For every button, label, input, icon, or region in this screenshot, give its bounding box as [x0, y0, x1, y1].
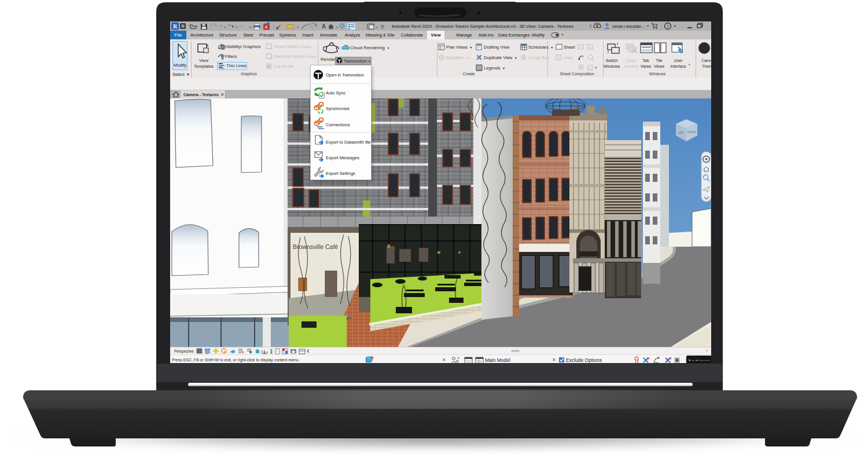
svg-text:FRONT: FRONT: [687, 131, 697, 134]
svg-text:?: ?: [667, 24, 670, 29]
svg-text:cesar.r.escalan...: cesar.r.escalan...: [612, 24, 645, 29]
svg-text:✕: ✕: [647, 357, 650, 360]
svg-text:Brownsville Café: Brownsville Café: [293, 243, 338, 250]
svg-text:✕: ✕: [669, 357, 672, 360]
svg-text:x: x: [242, 350, 244, 354]
svg-text:A: A: [265, 25, 268, 29]
svg-text:R: R: [173, 23, 178, 30]
svg-text:LEFT: LEFT: [678, 131, 685, 134]
svg-text:A: A: [322, 23, 326, 30]
